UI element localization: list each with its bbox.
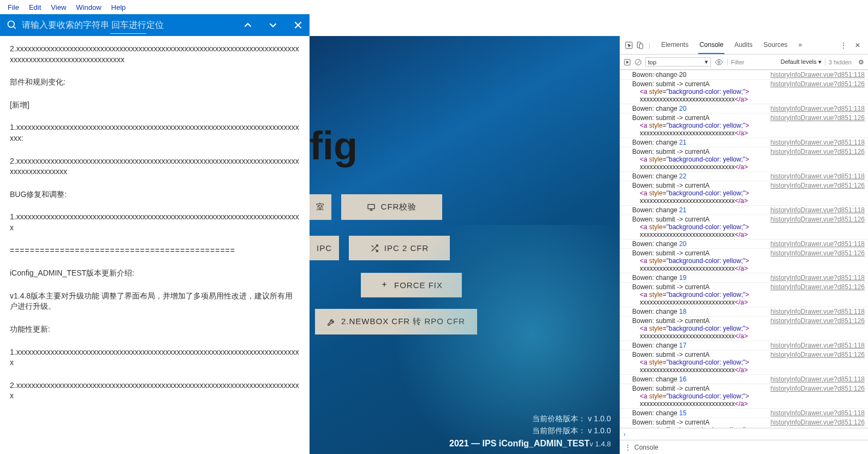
- console-row: historyInfoDrawer.vue?d851:118Bowen: cha…: [620, 341, 868, 350]
- note-line: iConfig_ADMIN_TEST版本更新介绍:: [10, 268, 300, 279]
- console-source-link[interactable]: historyInfoDrawer.vue?d851:126: [770, 182, 865, 189]
- console-source-link[interactable]: historyInfoDrawer.vue?d851:126: [770, 351, 865, 359]
- tab-elements[interactable]: Elements: [660, 37, 689, 54]
- console-row: historyInfoDrawer.vue?d851:118Bowen: cha…: [620, 307, 868, 316]
- tab-more[interactable]: »: [798, 37, 804, 54]
- console-source-link[interactable]: historyInfoDrawer.vue?d851:118: [770, 342, 865, 349]
- parts-version: 当前部件版本： v 1.0.0: [449, 425, 611, 437]
- note-line: 功能性更新:: [10, 324, 300, 335]
- next-match-icon[interactable]: [268, 20, 278, 30]
- app-version: v 1.4.8: [590, 440, 611, 448]
- close-icon[interactable]: [293, 20, 303, 30]
- console-source-link[interactable]: historyInfoDrawer.vue?d851:126: [770, 317, 865, 325]
- levels-select[interactable]: Default levels ▾: [781, 58, 822, 65]
- force-fix-button[interactable]: FORCE FIX: [361, 273, 462, 297]
- app-main: fig 室 CFR校验 IPC IPC 2 CFR FORCE FIX: [310, 36, 620, 454]
- menu-view[interactable]: View: [46, 2, 70, 13]
- copyright: 2021 — IPS iConfig_ADMIN_TEST: [449, 439, 590, 448]
- svg-line-1: [14, 27, 16, 29]
- menu-help[interactable]: Help: [107, 2, 130, 13]
- play-icon[interactable]: [623, 58, 631, 66]
- console-source-link[interactable]: historyInfoDrawer.vue?d851:126: [770, 148, 865, 156]
- config-button[interactable]: 室: [310, 194, 331, 220]
- search-input[interactable]: [22, 20, 237, 30]
- context-select[interactable]: top▾: [645, 57, 711, 67]
- prev-match-icon[interactable]: [243, 20, 253, 30]
- console-source-link[interactable]: historyInfoDrawer.vue?d851:126: [770, 283, 865, 291]
- console-row: historyInfoDrawer.vue?d851:118Bowen: cha…: [620, 240, 868, 249]
- newbox-convert-button[interactable]: 2.NEWBOX CFR 转 RPO CFR: [315, 309, 477, 334]
- console-row: historyInfoDrawer.vue?d851:126Bowen: sub…: [620, 249, 868, 273]
- console-row: historyInfoDrawer.vue?d851:118Bowen: cha…: [620, 375, 868, 384]
- console-prompt[interactable]: ›: [620, 428, 868, 440]
- tab-audits[interactable]: Audits: [733, 37, 753, 54]
- shuffle-icon: [370, 244, 379, 253]
- device-icon[interactable]: [635, 41, 644, 50]
- hidden-count: 3 hidden: [825, 59, 852, 65]
- console-source-link[interactable]: historyInfoDrawer.vue?d851:118: [770, 375, 865, 383]
- console-source-link[interactable]: historyInfoDrawer.vue?d851:118: [770, 409, 865, 417]
- console-output[interactable]: Bowen: change 20historyInfoDrawer.vue?d8…: [620, 70, 868, 428]
- console-row: historyInfoDrawer.vue?d851:118Bowen: cha…: [620, 104, 868, 113]
- console-source-link[interactable]: historyInfoDrawer.vue?d851:118: [770, 240, 865, 248]
- console-source-link[interactable]: historyInfoDrawer.vue?d851:126: [770, 80, 865, 88]
- svg-line-9: [371, 245, 373, 247]
- console-row: historyInfoDrawer.vue?d851:126Bowen: sub…: [620, 418, 868, 428]
- console-source-link[interactable]: historyInfoDrawer.vue?d851:126: [770, 114, 865, 122]
- menu-window[interactable]: Window: [72, 2, 105, 13]
- cfr-verify-button[interactable]: CFR校验: [341, 194, 442, 220]
- svg-point-17: [718, 61, 720, 63]
- drawer-tab-console[interactable]: Console: [634, 444, 658, 451]
- note-line: 1.xxxxxxxxxxxxxxxxxxxxxxxxxxxxxxxxxxxxxx…: [10, 122, 300, 144]
- svg-rect-12: [639, 44, 643, 49]
- close-icon[interactable]: ✕: [852, 41, 864, 49]
- console-row: historyInfoDrawer.vue?d851:126Bowen: sub…: [620, 181, 868, 206]
- console-source-link[interactable]: historyInfoDrawer.vue?d851:118: [770, 139, 865, 146]
- note-line: ========================================…: [10, 246, 300, 256]
- console-row: historyInfoDrawer.vue?d851:126Bowen: sub…: [620, 215, 868, 240]
- wrench-icon: [327, 318, 336, 326]
- console-source-link[interactable]: historyInfoDrawer.vue?d851:118: [770, 105, 865, 112]
- svg-rect-4: [368, 204, 374, 208]
- svg-point-0: [8, 21, 15, 28]
- tab-sources[interactable]: Sources: [763, 37, 789, 54]
- search-icon: [7, 20, 17, 31]
- console-row: historyInfoDrawer.vue?d851:118Bowen: cha…: [620, 206, 868, 215]
- eye-icon[interactable]: [714, 57, 724, 67]
- note-line: 部件和规则变化:: [10, 77, 300, 88]
- console-source-link[interactable]: historyInfoDrawer.vue?d851:118: [770, 274, 865, 282]
- devtools-drawer: ⋮ Console: [620, 440, 868, 454]
- console-source-link[interactable]: historyInfoDrawer.vue?d851:118: [770, 172, 865, 180]
- console-source-link[interactable]: historyInfoDrawer.vue?d851:118: [770, 206, 865, 214]
- console-row: historyInfoDrawer.vue?d851:126Bowen: sub…: [620, 316, 868, 341]
- console-row: historyInfoDrawer.vue?d851:126Bowen: sub…: [620, 384, 868, 409]
- note-line: 2.xxxxxxxxxxxxxxxxxxxxxxxxxxxxxxxxxxxxxx…: [10, 156, 300, 177]
- note-line: 2.xxxxxxxxxxxxxxxxxxxxxxxxxxxxxxxxxxxxxx…: [10, 44, 300, 65]
- console-row: historyInfoDrawer.vue?d851:126Bowen: sub…: [620, 283, 868, 307]
- console-row: historyInfoDrawer.vue?d851:126Bowen: sub…: [620, 113, 868, 138]
- inspect-icon[interactable]: [625, 41, 633, 50]
- kebab-icon[interactable]: ⋮: [625, 444, 631, 451]
- app-logo: fig: [310, 123, 358, 168]
- console-source-link[interactable]: historyInfoDrawer.vue?d851:118: [770, 308, 865, 315]
- console-source-link[interactable]: historyInfoDrawer.vue?d851:118: [770, 71, 865, 79]
- ipc2cfr-button[interactable]: IPC 2 CFR: [349, 236, 450, 260]
- console-source-link[interactable]: historyInfoDrawer.vue?d851:126: [770, 249, 865, 257]
- console-source-link[interactable]: historyInfoDrawer.vue?d851:126: [770, 419, 865, 426]
- button-label: FORCE FIX: [394, 280, 443, 290]
- console-row: historyInfoDrawer.vue?d851:126Bowen: sub…: [620, 147, 868, 172]
- kebab-icon[interactable]: ⋮: [837, 41, 849, 49]
- tab-console[interactable]: Console: [698, 37, 724, 54]
- console-source-link[interactable]: historyInfoDrawer.vue?d851:126: [770, 385, 865, 392]
- menu-edit[interactable]: Edit: [25, 2, 45, 13]
- filter-input[interactable]: Filter: [727, 59, 777, 65]
- devtools-toolbar: | Elements Console Audits Sources » ⋮ ✕: [620, 36, 868, 55]
- clear-icon[interactable]: [634, 58, 642, 66]
- gear-icon[interactable]: ⚙: [857, 58, 865, 66]
- menu-file[interactable]: File: [3, 2, 23, 13]
- note-line: BUG修复和调整:: [10, 189, 300, 200]
- console-source-link[interactable]: historyInfoDrawer.vue?d851:126: [770, 216, 865, 223]
- ipc-button[interactable]: IPC: [310, 236, 339, 260]
- console-row: historyInfoDrawer.vue?d851:118Bowen: cha…: [620, 409, 868, 418]
- console-row: historyInfoDrawer.vue?d851:126Bowen: sub…: [620, 80, 868, 104]
